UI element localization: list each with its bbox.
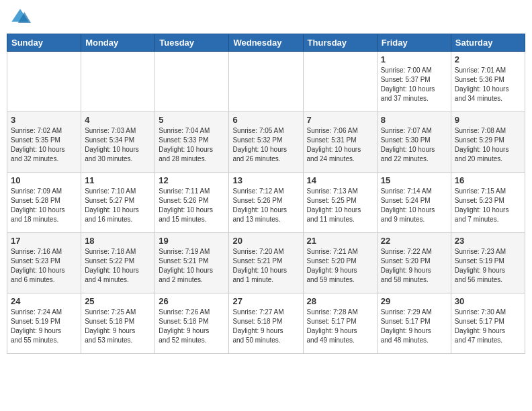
calendar-cell: 16Sunrise: 7:15 AM Sunset: 5:23 PM Dayli… bbox=[451, 173, 525, 233]
day-info: Sunrise: 7:22 AM Sunset: 5:20 PM Dayligh… bbox=[381, 247, 447, 285]
calendar-cell bbox=[7, 52, 81, 112]
day-number: 7 bbox=[307, 115, 373, 125]
calendar-cell: 12Sunrise: 7:11 AM Sunset: 5:26 PM Dayli… bbox=[155, 173, 229, 233]
calendar-cell: 17Sunrise: 7:16 AM Sunset: 5:23 PM Dayli… bbox=[7, 233, 81, 293]
day-info: Sunrise: 7:12 AM Sunset: 5:26 PM Dayligh… bbox=[232, 187, 299, 224]
calendar-cell: 13Sunrise: 7:12 AM Sunset: 5:26 PM Dayli… bbox=[229, 173, 303, 233]
day-number: 21 bbox=[307, 236, 373, 246]
calendar-cell: 29Sunrise: 7:29 AM Sunset: 5:17 PM Dayli… bbox=[377, 293, 451, 354]
day-info: Sunrise: 7:01 AM Sunset: 5:36 PM Dayligh… bbox=[455, 66, 521, 103]
day-of-week-header: Monday bbox=[81, 34, 155, 52]
day-info: Sunrise: 7:29 AM Sunset: 5:17 PM Dayligh… bbox=[381, 308, 447, 345]
day-info: Sunrise: 7:28 AM Sunset: 5:17 PM Dayligh… bbox=[307, 308, 373, 345]
day-info: Sunrise: 7:24 AM Sunset: 5:19 PM Dayligh… bbox=[11, 308, 77, 345]
day-number: 2 bbox=[455, 54, 521, 64]
day-info: Sunrise: 7:15 AM Sunset: 5:23 PM Dayligh… bbox=[455, 187, 521, 224]
calendar-cell: 27Sunrise: 7:27 AM Sunset: 5:18 PM Dayli… bbox=[229, 293, 303, 354]
day-info: Sunrise: 7:08 AM Sunset: 5:29 PM Dayligh… bbox=[455, 126, 521, 164]
day-number: 9 bbox=[455, 115, 521, 125]
calendar-cell: 23Sunrise: 7:23 AM Sunset: 5:19 PM Dayli… bbox=[451, 233, 525, 293]
calendar-cell: 11Sunrise: 7:10 AM Sunset: 5:27 PM Dayli… bbox=[81, 173, 155, 233]
calendar-header-row: SundayMondayTuesdayWednesdayThursdayFrid… bbox=[7, 34, 525, 52]
day-info: Sunrise: 7:18 AM Sunset: 5:22 PM Dayligh… bbox=[85, 247, 151, 285]
day-number: 22 bbox=[381, 236, 447, 246]
day-of-week-header: Friday bbox=[377, 34, 451, 52]
page-header bbox=[7, 7, 525, 28]
calendar-cell: 26Sunrise: 7:26 AM Sunset: 5:18 PM Dayli… bbox=[155, 293, 229, 354]
calendar-cell: 14Sunrise: 7:13 AM Sunset: 5:25 PM Dayli… bbox=[303, 173, 377, 233]
calendar-cell: 4Sunrise: 7:03 AM Sunset: 5:34 PM Daylig… bbox=[81, 112, 155, 173]
calendar-cell bbox=[155, 52, 229, 112]
day-number: 23 bbox=[455, 236, 521, 246]
calendar-cell bbox=[303, 52, 377, 112]
day-number: 19 bbox=[159, 236, 225, 246]
calendar-cell: 25Sunrise: 7:25 AM Sunset: 5:18 PM Dayli… bbox=[81, 293, 155, 354]
day-info: Sunrise: 7:25 AM Sunset: 5:18 PM Dayligh… bbox=[85, 308, 151, 345]
day-of-week-header: Sunday bbox=[7, 34, 81, 52]
day-info: Sunrise: 7:03 AM Sunset: 5:34 PM Dayligh… bbox=[85, 126, 151, 164]
calendar-cell: 19Sunrise: 7:19 AM Sunset: 5:21 PM Dayli… bbox=[155, 233, 229, 293]
calendar-week-row: 10Sunrise: 7:09 AM Sunset: 5:28 PM Dayli… bbox=[7, 173, 525, 233]
calendar-cell bbox=[81, 52, 155, 112]
day-info: Sunrise: 7:30 AM Sunset: 5:17 PM Dayligh… bbox=[455, 308, 521, 345]
day-number: 8 bbox=[381, 115, 447, 125]
day-number: 13 bbox=[232, 175, 299, 185]
day-number: 24 bbox=[11, 296, 77, 306]
calendar-cell: 15Sunrise: 7:14 AM Sunset: 5:24 PM Dayli… bbox=[377, 173, 451, 233]
day-number: 15 bbox=[381, 175, 447, 185]
day-number: 4 bbox=[85, 115, 151, 125]
day-number: 3 bbox=[11, 115, 77, 125]
day-info: Sunrise: 7:04 AM Sunset: 5:33 PM Dayligh… bbox=[159, 126, 225, 164]
day-info: Sunrise: 7:09 AM Sunset: 5:28 PM Dayligh… bbox=[11, 187, 77, 224]
day-info: Sunrise: 7:13 AM Sunset: 5:25 PM Dayligh… bbox=[307, 187, 373, 224]
calendar-cell: 3Sunrise: 7:02 AM Sunset: 5:35 PM Daylig… bbox=[7, 112, 81, 173]
day-number: 11 bbox=[85, 175, 151, 185]
calendar-week-row: 1Sunrise: 7:00 AM Sunset: 5:37 PM Daylig… bbox=[7, 52, 525, 112]
day-info: Sunrise: 7:06 AM Sunset: 5:31 PM Dayligh… bbox=[307, 126, 373, 164]
calendar-week-row: 17Sunrise: 7:16 AM Sunset: 5:23 PM Dayli… bbox=[7, 233, 525, 293]
day-info: Sunrise: 7:00 AM Sunset: 5:37 PM Dayligh… bbox=[381, 66, 447, 103]
day-number: 1 bbox=[381, 54, 447, 64]
day-number: 16 bbox=[455, 175, 521, 185]
calendar-cell: 9Sunrise: 7:08 AM Sunset: 5:29 PM Daylig… bbox=[451, 112, 525, 173]
day-of-week-header: Thursday bbox=[303, 34, 377, 52]
day-info: Sunrise: 7:23 AM Sunset: 5:19 PM Dayligh… bbox=[455, 247, 521, 285]
calendar-cell: 10Sunrise: 7:09 AM Sunset: 5:28 PM Dayli… bbox=[7, 173, 81, 233]
calendar-cell: 30Sunrise: 7:30 AM Sunset: 5:17 PM Dayli… bbox=[451, 293, 525, 354]
day-number: 26 bbox=[159, 296, 225, 306]
day-info: Sunrise: 7:27 AM Sunset: 5:18 PM Dayligh… bbox=[232, 308, 299, 345]
day-info: Sunrise: 7:14 AM Sunset: 5:24 PM Dayligh… bbox=[381, 187, 447, 224]
day-number: 12 bbox=[159, 175, 225, 185]
day-info: Sunrise: 7:07 AM Sunset: 5:30 PM Dayligh… bbox=[381, 126, 447, 164]
day-info: Sunrise: 7:05 AM Sunset: 5:32 PM Dayligh… bbox=[232, 126, 299, 164]
calendar-cell: 20Sunrise: 7:20 AM Sunset: 5:21 PM Dayli… bbox=[229, 233, 303, 293]
day-info: Sunrise: 7:21 AM Sunset: 5:20 PM Dayligh… bbox=[307, 247, 373, 285]
calendar-cell: 6Sunrise: 7:05 AM Sunset: 5:32 PM Daylig… bbox=[229, 112, 303, 173]
day-number: 5 bbox=[159, 115, 225, 125]
calendar-cell: 8Sunrise: 7:07 AM Sunset: 5:30 PM Daylig… bbox=[377, 112, 451, 173]
day-number: 27 bbox=[232, 296, 299, 306]
day-info: Sunrise: 7:20 AM Sunset: 5:21 PM Dayligh… bbox=[232, 247, 299, 285]
day-number: 30 bbox=[455, 296, 521, 306]
calendar-cell: 22Sunrise: 7:22 AM Sunset: 5:20 PM Dayli… bbox=[377, 233, 451, 293]
day-info: Sunrise: 7:11 AM Sunset: 5:26 PM Dayligh… bbox=[159, 187, 225, 224]
day-info: Sunrise: 7:02 AM Sunset: 5:35 PM Dayligh… bbox=[11, 126, 77, 164]
day-of-week-header: Tuesday bbox=[155, 34, 229, 52]
day-number: 10 bbox=[11, 175, 77, 185]
calendar-cell: 5Sunrise: 7:04 AM Sunset: 5:33 PM Daylig… bbox=[155, 112, 229, 173]
day-info: Sunrise: 7:10 AM Sunset: 5:27 PM Dayligh… bbox=[85, 187, 151, 224]
day-info: Sunrise: 7:16 AM Sunset: 5:23 PM Dayligh… bbox=[11, 247, 77, 285]
calendar-week-row: 24Sunrise: 7:24 AM Sunset: 5:19 PM Dayli… bbox=[7, 293, 525, 354]
calendar-cell: 18Sunrise: 7:18 AM Sunset: 5:22 PM Dayli… bbox=[81, 233, 155, 293]
calendar-cell: 28Sunrise: 7:28 AM Sunset: 5:17 PM Dayli… bbox=[303, 293, 377, 354]
day-number: 29 bbox=[381, 296, 447, 306]
day-number: 28 bbox=[307, 296, 373, 306]
day-info: Sunrise: 7:19 AM Sunset: 5:21 PM Dayligh… bbox=[159, 247, 225, 285]
calendar-cell: 2Sunrise: 7:01 AM Sunset: 5:36 PM Daylig… bbox=[451, 52, 525, 112]
calendar-cell: 7Sunrise: 7:06 AM Sunset: 5:31 PM Daylig… bbox=[303, 112, 377, 173]
day-number: 6 bbox=[232, 115, 299, 125]
day-number: 17 bbox=[11, 236, 77, 246]
day-number: 20 bbox=[232, 236, 299, 246]
logo bbox=[9, 7, 34, 28]
calendar-cell: 24Sunrise: 7:24 AM Sunset: 5:19 PM Dayli… bbox=[7, 293, 81, 354]
